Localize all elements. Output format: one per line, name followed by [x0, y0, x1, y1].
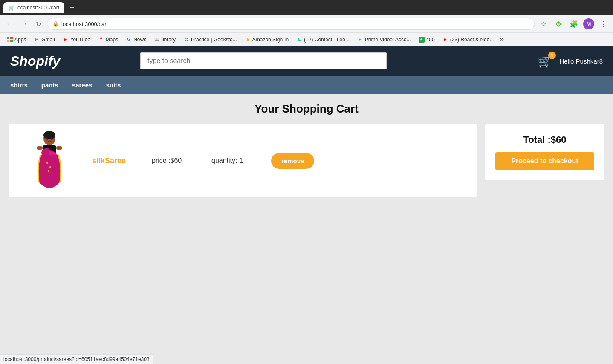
amazon-icon: a: [245, 37, 251, 43]
remove-button[interactable]: remove: [271, 153, 314, 169]
cart-item-price: price :$60: [152, 157, 203, 165]
header-search-container: [140, 52, 387, 69]
450-icon: +: [419, 37, 425, 43]
bookmarks-bar: Apps M Gmail ▶ YouTube 📍 Maps G News 📖 l…: [0, 32, 613, 46]
news-icon: G: [126, 37, 132, 43]
profile-avatar[interactable]: M: [583, 18, 594, 29]
apps-icon: [7, 37, 13, 43]
extensions-btn[interactable]: 🧩: [568, 18, 580, 30]
bookmark-450[interactable]: + 450: [415, 35, 438, 44]
maps-icon: 📍: [98, 37, 104, 43]
header-right: 🛒 1 Hello,Pushkar8: [538, 54, 603, 68]
cart-layout: silkSaree price :$60 quantity: 1 remove …: [9, 124, 604, 197]
lock-icon: 🔒: [52, 21, 59, 27]
cart-title: Your Shopping Cart: [9, 102, 604, 116]
greeting-text: Hello,Pushkar8: [559, 58, 603, 65]
library-icon: 📖: [154, 37, 160, 43]
cart-item-quantity: quantity: 1: [211, 157, 263, 165]
new-tab-btn[interactable]: +: [66, 2, 78, 14]
cart-page: Your Shopping Cart: [0, 94, 613, 206]
nav-pants[interactable]: pants: [41, 81, 58, 89]
svg-point-10: [51, 138, 52, 140]
toolbar-icons: ☆ ⚙ 🧩 M ⋮: [537, 18, 610, 30]
cart-item-card: silkSaree price :$60 quantity: 1 remove: [9, 124, 477, 197]
browser-toolbar: ← → ↻ 🔒 localhost:3000/cart ☆ ⚙ 🧩 M ⋮: [0, 15, 613, 32]
tab-label: 🛒 localhost:3000/cart: [9, 5, 59, 11]
prime-icon: P: [357, 37, 363, 43]
svg-rect-4: [56, 146, 62, 150]
bookmark-maps-label: Maps: [106, 37, 118, 43]
checkout-button[interactable]: Proceed to checkout: [495, 152, 594, 170]
bookmark-contest-label: (12) Contest - Lee...: [304, 37, 350, 43]
bookmark-maps[interactable]: 📍 Maps: [95, 35, 121, 44]
cart-badge: 1: [548, 52, 556, 59]
bookmark-gmail-label: Gmail: [41, 37, 55, 43]
nav-shirts[interactable]: shirts: [10, 81, 28, 89]
cart-item-name: silkSaree: [92, 156, 143, 165]
bookmark-apps[interactable]: Apps: [3, 35, 29, 44]
bookmark-prime[interactable]: P Prime Video: Acco...: [354, 35, 414, 44]
more-bookmarks[interactable]: »: [500, 35, 504, 44]
shopify-logo[interactable]: Shopify: [10, 53, 60, 69]
bookmark-react-label: (23) React & Nod...: [450, 37, 494, 43]
cart-summary: Total :$60 Proceed to checkout: [485, 124, 604, 180]
cart-items: silkSaree price :$60 quantity: 1 remove: [9, 124, 477, 197]
bookmark-news-label: News: [133, 37, 146, 43]
menu-btn[interactable]: ⋮: [598, 18, 610, 30]
svg-point-7: [49, 166, 51, 168]
svg-point-9: [46, 138, 48, 140]
bookmark-youtube[interactable]: ▶ YouTube: [59, 35, 94, 44]
cart-item-image: [15, 131, 84, 191]
geeks-icon: G: [183, 37, 189, 43]
shopify-header: Shopify 🛒 1 Hello,Pushkar8: [0, 46, 613, 76]
address-text: localhost:3000/cart: [61, 21, 108, 27]
browser-tabs: 🛒 localhost:3000/cart +: [0, 0, 613, 15]
bookmark-geeks[interactable]: G Practice | Geeksfo...: [180, 35, 240, 44]
bookmark-news[interactable]: G News: [122, 35, 150, 44]
greasemonkey-btn[interactable]: ⚙: [552, 18, 564, 30]
active-tab[interactable]: 🛒 localhost:3000/cart: [3, 2, 64, 13]
bookmark-react[interactable]: ▶ (23) React & Nod...: [439, 35, 497, 44]
contest-icon: L: [296, 37, 302, 43]
bookmark-prime-label: Prime Video: Acco...: [365, 37, 411, 43]
bookmark-youtube-label: YouTube: [70, 37, 90, 43]
svg-point-8: [48, 170, 49, 172]
svg-point-6: [46, 162, 48, 164]
status-bar: localhost:3000/product/sarees?id=60511ae…: [0, 354, 153, 364]
svg-point-1: [43, 131, 55, 139]
bookmark-geeks-label: Practice | Geeksfo...: [191, 37, 237, 43]
saree-svg: [24, 131, 75, 191]
nav-suits[interactable]: suits: [106, 81, 121, 89]
gmail-icon: M: [34, 37, 40, 43]
svg-rect-3: [37, 146, 43, 150]
bookmark-amazon-label: Amazon Sign-In: [252, 37, 289, 43]
back-btn[interactable]: ←: [3, 18, 15, 30]
bookmark-library[interactable]: 📖 library: [150, 35, 179, 44]
cart-icon-wrap[interactable]: 🛒 1: [538, 54, 552, 68]
react-icon: ▶: [442, 37, 448, 43]
page-wrapper: Shopify 🛒 1 Hello,Pushkar8 shirts pants …: [0, 46, 613, 364]
reload-btn[interactable]: ↻: [32, 18, 44, 30]
bookmark-library-label: library: [162, 37, 176, 43]
bookmark-apps-label: Apps: [14, 37, 26, 43]
bookmark-gmail[interactable]: M Gmail: [30, 35, 58, 44]
address-bar[interactable]: 🔒 localhost:3000/cart: [47, 18, 535, 30]
search-input[interactable]: [140, 52, 387, 69]
browser-chrome: 🛒 localhost:3000/cart + ← → ↻ 🔒 localhos…: [0, 0, 613, 46]
total-text: Total :$60: [495, 134, 594, 145]
bookmark-amazon[interactable]: a Amazon Sign-In: [241, 35, 292, 44]
status-url: localhost:3000/product/sarees?id=60511ae…: [3, 356, 150, 362]
bookmark-450-label: 450: [426, 37, 435, 43]
shopify-nav: shirts pants sarees suits: [0, 76, 613, 94]
star-btn[interactable]: ☆: [537, 18, 549, 30]
nav-sarees[interactable]: sarees: [72, 81, 93, 89]
youtube-icon: ▶: [63, 37, 69, 43]
bookmark-contest[interactable]: L (12) Contest - Lee...: [293, 35, 353, 44]
forward-btn[interactable]: →: [18, 18, 30, 30]
